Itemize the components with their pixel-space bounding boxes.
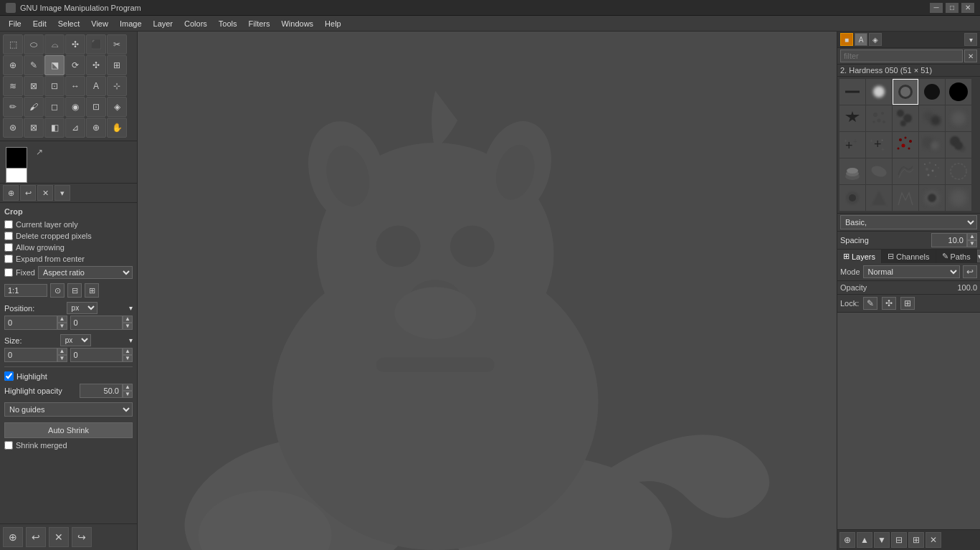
- brush-cell[interactable]: [946, 185, 971, 211]
- gradient-tool[interactable]: ◧: [44, 118, 65, 138]
- brush-filter-input[interactable]: [840, 49, 963, 62]
- canvas-area[interactable]: [138, 32, 837, 550]
- menu-windows[interactable]: Windows: [275, 18, 319, 29]
- pencil-tool[interactable]: ✏: [3, 97, 23, 117]
- brush-cell[interactable]: [866, 158, 892, 184]
- undo-history-btn[interactable]: ↩: [20, 185, 36, 201]
- scissors-tool[interactable]: ✂: [107, 34, 127, 54]
- paths-tool[interactable]: ✎: [24, 55, 44, 75]
- flip-tool[interactable]: ↔: [65, 76, 85, 96]
- auto-shrink-button[interactable]: Auto Shrink: [4, 422, 133, 438]
- brush-cell[interactable]: [893, 132, 918, 158]
- tab-channels[interactable]: ⊟ Channels: [882, 250, 936, 263]
- menu-select[interactable]: Select: [52, 18, 86, 29]
- brush-cell[interactable]: [946, 79, 971, 105]
- brush-cell[interactable]: [919, 158, 945, 184]
- duplicate-layer-btn[interactable]: ⊟: [891, 532, 907, 548]
- brush-cell[interactable]: [919, 132, 945, 158]
- new-from-visible-btn[interactable]: ⊕: [3, 527, 23, 547]
- lower-layer-btn[interactable]: ▼: [874, 532, 890, 548]
- free-select-tool[interactable]: ⌓: [44, 34, 65, 54]
- ratio-paste-btn[interactable]: ⊞: [85, 283, 99, 298]
- size-h-up[interactable]: ▲: [123, 348, 133, 355]
- highlight-checkbox[interactable]: [4, 371, 14, 381]
- lock-alpha-btn[interactable]: ⊞: [900, 297, 915, 310]
- tab-paths[interactable]: ✎ Paths: [936, 250, 977, 263]
- airbrush-tool[interactable]: ◉: [65, 97, 85, 117]
- brush-cell[interactable]: [839, 185, 865, 211]
- fixed-type-select[interactable]: Aspect ratio Width/Height Size None: [38, 266, 133, 279]
- brush-cell[interactable]: [893, 105, 918, 131]
- menu-image[interactable]: Image: [114, 18, 148, 29]
- menu-colors[interactable]: Colors: [179, 18, 213, 29]
- brush-cell[interactable]: [839, 105, 865, 131]
- move-tool[interactable]: ✣: [86, 55, 106, 75]
- brush-cell[interactable]: [839, 79, 865, 105]
- brush-cell[interactable]: + + +: [839, 132, 865, 158]
- perspective-tool[interactable]: ⊡: [44, 76, 65, 96]
- eraser-tool[interactable]: ◻: [44, 97, 65, 117]
- spacing-value-input[interactable]: [931, 233, 967, 247]
- size-unit-select[interactable]: px mm in: [60, 334, 91, 346]
- brush-cell[interactable]: [839, 158, 865, 184]
- allow-growing-label[interactable]: Allow growing: [16, 243, 65, 252]
- lock-position-btn[interactable]: ✣: [882, 297, 896, 310]
- highlight-opacity-input[interactable]: [80, 384, 123, 398]
- shrink-merged-checkbox[interactable]: [4, 441, 13, 450]
- menu-edit[interactable]: Edit: [27, 18, 52, 29]
- layers-mode-select[interactable]: Normal Multiply Screen Overlay: [863, 265, 960, 278]
- spacing-up-btn[interactable]: ▲: [967, 233, 977, 240]
- text-tool[interactable]: A: [86, 76, 106, 96]
- fg-select-tool[interactable]: ⊕: [3, 55, 23, 75]
- size-h-input[interactable]: [70, 348, 123, 362]
- fixed-checkbox[interactable]: [4, 268, 13, 277]
- guides-select[interactable]: No guides Center lines Rule of thirds Go…: [4, 402, 133, 417]
- raise-layer-btn[interactable]: ▲: [857, 532, 872, 548]
- fuzzy-select-tool[interactable]: ✣: [65, 34, 85, 54]
- redo-btn[interactable]: ↪: [72, 527, 92, 547]
- new-layer-btn[interactable]: ⊕: [839, 532, 855, 548]
- opacity-up[interactable]: ▲: [123, 384, 133, 391]
- measure-tool[interactable]: ⊿: [65, 118, 85, 138]
- clear-btn[interactable]: ✕: [49, 527, 69, 547]
- size-h-down[interactable]: ▼: [123, 355, 133, 362]
- menu-filters[interactable]: Filters: [243, 18, 276, 29]
- size-w-down[interactable]: ▼: [57, 355, 67, 362]
- position-x-down[interactable]: ▼: [57, 323, 67, 330]
- position-y-up[interactable]: ▲: [123, 316, 133, 323]
- delete-cropped-pixels-checkbox[interactable]: [4, 232, 13, 240]
- menu-file[interactable]: File: [3, 18, 27, 29]
- ellipse-select-tool[interactable]: ⬭: [24, 34, 44, 54]
- fill-tool[interactable]: ⊠: [24, 118, 44, 138]
- clone-tool[interactable]: ⊡: [86, 97, 106, 117]
- brush-cell[interactable]: [946, 132, 971, 158]
- paintbrush-tool[interactable]: 🖌: [24, 97, 44, 117]
- config-btn[interactable]: ▾: [54, 185, 70, 201]
- scale-tool[interactable]: ⊠: [24, 76, 44, 96]
- fixed-label[interactable]: Fixed: [16, 268, 35, 277]
- maximize-button[interactable]: □: [946, 3, 958, 13]
- zoom-tool[interactable]: ⊕: [86, 118, 106, 138]
- shrink-merged-label[interactable]: Shrink merged: [16, 441, 67, 450]
- position-expand-icon[interactable]: ▾: [129, 304, 133, 312]
- brush-cell[interactable]: [919, 79, 945, 105]
- close-button[interactable]: ✕: [961, 3, 974, 13]
- heal-tool[interactable]: ⊹: [107, 76, 127, 96]
- foreground-color-swatch[interactable]: [6, 147, 27, 169]
- menu-help[interactable]: Help: [319, 18, 347, 29]
- spacing-down-btn[interactable]: ▼: [967, 240, 977, 247]
- brush-dynamics-icon[interactable]: ◈: [869, 33, 882, 46]
- dodge-tool[interactable]: ⊛: [3, 118, 23, 138]
- brush-color-icon[interactable]: ■: [840, 33, 853, 46]
- position-x-up[interactable]: ▲: [57, 316, 67, 323]
- brush-cell-selected[interactable]: [893, 79, 918, 105]
- brush-cell[interactable]: + + + +: [866, 132, 892, 158]
- tab-layers[interactable]: ⊞ Layers: [837, 250, 882, 263]
- rotate-tool[interactable]: ⟳: [65, 55, 85, 75]
- ratio-input[interactable]: [4, 284, 47, 297]
- ratio-copy-btn[interactable]: ⊟: [67, 283, 82, 298]
- brush-cell[interactable]: [866, 79, 892, 105]
- allow-growing-checkbox[interactable]: [4, 243, 13, 252]
- brush-cell[interactable]: [866, 105, 892, 131]
- rect-select-tool[interactable]: ⬚: [3, 34, 23, 54]
